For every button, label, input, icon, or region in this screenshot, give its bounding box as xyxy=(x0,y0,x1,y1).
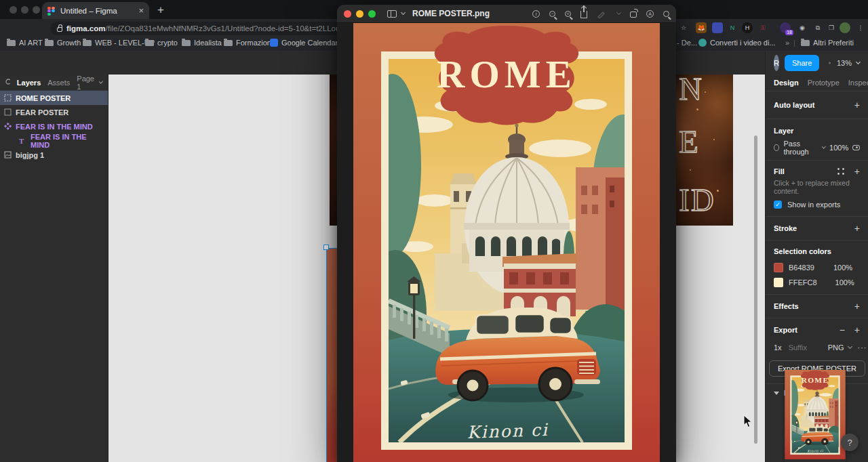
export-add-icon[interactable]: + xyxy=(854,324,860,335)
folder-icon xyxy=(45,40,54,46)
markup-pen-icon[interactable] xyxy=(597,9,606,18)
styles-icon[interactable] xyxy=(837,167,845,175)
layer-row-fear-text[interactable]: T FEAR IS IN THE MIND xyxy=(0,133,108,148)
extension-badge: 18 xyxy=(785,30,793,35)
color-swatch[interactable] xyxy=(774,263,783,272)
bookmark-star-icon[interactable]: ☆ xyxy=(678,22,689,33)
selection-handle[interactable] xyxy=(323,245,329,250)
bookmark-item[interactable]: - De... xyxy=(677,39,697,47)
new-tab-button[interactable]: + xyxy=(157,3,164,17)
fear-mind-poster-canvas-fragment[interactable]: N E ID xyxy=(676,75,733,226)
blue-extension-icon[interactable] xyxy=(712,22,723,33)
markup-chevron-icon[interactable] xyxy=(616,10,621,15)
bookmark-item[interactable]: Converti i video di... xyxy=(698,39,776,47)
help-button[interactable]: ? xyxy=(841,434,859,451)
frame-dashed-icon xyxy=(4,94,12,102)
selection-color-row[interactable]: B64839 100% xyxy=(766,260,868,275)
camera-extension-icon[interactable]: ◉ xyxy=(797,22,808,33)
layer-row-fear-poster[interactable]: FEAR POSTER xyxy=(0,105,108,119)
layer-row-bigjpg[interactable]: bigjpg 1 xyxy=(0,148,108,162)
search-icon[interactable] xyxy=(5,79,10,86)
frame-icon xyxy=(4,108,12,116)
zoom-in-icon[interactable]: + xyxy=(565,11,571,17)
color-hex[interactable]: FFEFC8 xyxy=(789,278,817,287)
export-more-icon[interactable]: ··· xyxy=(857,343,867,352)
export-remove-icon[interactable]: − xyxy=(840,324,845,335)
text-layer-icon: T xyxy=(19,137,26,144)
selection-color-row[interactable]: FFEFC8 100% xyxy=(766,275,868,290)
purple-extension-icon[interactable]: 18 xyxy=(780,22,791,33)
layer-row-rome-poster[interactable]: ROME POSTER xyxy=(0,91,108,105)
stroke-add-icon[interactable]: + xyxy=(854,223,860,234)
user-avatar[interactable]: R xyxy=(774,55,779,71)
show-in-exports-checkbox[interactable]: ✓ xyxy=(774,201,782,209)
export-format-select[interactable]: PNG xyxy=(828,343,852,352)
bookmark-item[interactable]: crypto xyxy=(145,39,178,47)
rotate-icon[interactable] xyxy=(630,12,637,18)
show-in-exports-label: Show in exports xyxy=(787,201,840,209)
auto-layout-add-icon[interactable]: + xyxy=(854,100,860,110)
layer-opacity-value[interactable]: 100% xyxy=(829,144,848,152)
teal-extension-icon[interactable]: N xyxy=(727,22,738,33)
bookmark-item-other[interactable]: Altri Preferiti xyxy=(801,39,854,47)
blend-mode-icon[interactable] xyxy=(774,144,779,151)
page-selector[interactable]: Page 1 xyxy=(77,75,102,91)
tab-layers[interactable]: Layers xyxy=(17,79,41,87)
color-opacity[interactable]: 100% xyxy=(833,264,852,272)
window-zoom-button[interactable] xyxy=(33,6,40,14)
browser-tab[interactable]: Untitled – Figma × xyxy=(42,2,149,19)
preview-window[interactable]: ROME POSTER.png i − + A xyxy=(337,5,676,462)
image-layer-icon xyxy=(4,151,12,159)
export-scale[interactable]: 1x xyxy=(774,343,782,352)
metamask-icon[interactable]: 🦊 xyxy=(696,22,707,33)
search-icon[interactable] xyxy=(663,11,669,17)
tab-close-icon[interactable]: × xyxy=(138,6,144,15)
color-swatch[interactable] xyxy=(774,278,783,287)
bookmarks-overflow-icon[interactable]: » xyxy=(785,39,789,47)
visibility-eye-icon[interactable] xyxy=(852,145,860,150)
window-close-button[interactable] xyxy=(9,6,17,14)
sidebar-toggle[interactable] xyxy=(387,10,405,18)
zoom-traffic-light[interactable] xyxy=(368,10,376,18)
effects-section: Effects + xyxy=(766,295,868,318)
folder-icon xyxy=(7,40,16,46)
rome-poster-canvas-fragment-selected[interactable] xyxy=(326,248,337,462)
bookmark-item[interactable]: Growth xyxy=(45,39,81,47)
tab-inspect[interactable]: Inspect xyxy=(848,79,868,87)
present-play-icon[interactable] xyxy=(829,59,831,67)
color-hex[interactable]: B64839 xyxy=(789,264,814,272)
tab-prototype[interactable]: Prototype xyxy=(808,79,840,87)
color-opacity[interactable]: 100% xyxy=(835,278,854,287)
bookmark-item[interactable]: Formazione xyxy=(224,39,275,47)
tab-design[interactable]: Design xyxy=(774,79,799,87)
browser-menu-icon[interactable]: ⋮ xyxy=(855,22,866,33)
window-minimize-button[interactable] xyxy=(21,6,28,14)
preview-window-titlebar[interactable]: ROME POSTER.png i − + A xyxy=(337,5,676,23)
blend-mode-select[interactable]: Pass through xyxy=(783,140,825,156)
profile-avatar[interactable] xyxy=(840,22,850,33)
close-traffic-light[interactable] xyxy=(344,10,351,18)
bookmark-item[interactable]: WEB - LEVEL-UP xyxy=(83,39,155,47)
export-suffix-input[interactable] xyxy=(787,343,823,352)
bookmark-item[interactable]: Idealista xyxy=(182,39,222,47)
fear-poster-letter: N xyxy=(679,75,703,107)
zoom-selector[interactable]: 13% xyxy=(837,59,860,67)
share-button[interactable]: Share xyxy=(785,55,819,71)
annotate-icon[interactable]: A xyxy=(646,10,654,18)
fill-add-icon[interactable]: + xyxy=(854,166,860,177)
effects-add-icon[interactable]: + xyxy=(854,301,860,312)
info-icon[interactable]: i xyxy=(532,10,540,18)
share-icon[interactable] xyxy=(580,11,587,18)
bookmark-item[interactable]: AI ART xyxy=(7,39,43,47)
extensions-puzzle-icon[interactable]: ⧉ xyxy=(812,22,823,33)
tab-assets[interactable]: Assets xyxy=(47,79,70,87)
canvas-scrollbar[interactable] xyxy=(754,135,757,444)
layer-row-fear-component[interactable]: FEAR IS IN THE MIND xyxy=(0,119,108,133)
zoom-out-icon[interactable]: − xyxy=(549,11,555,17)
key-extension-icon[interactable]: ⚿ xyxy=(757,22,768,33)
minimize-traffic-light[interactable] xyxy=(356,10,363,18)
lock-icon xyxy=(57,27,62,32)
dark-extension-icon[interactable]: H xyxy=(742,22,753,33)
layer-section-title: Layer xyxy=(766,122,868,140)
tab-group-icon[interactable]: ❐ xyxy=(826,22,837,33)
